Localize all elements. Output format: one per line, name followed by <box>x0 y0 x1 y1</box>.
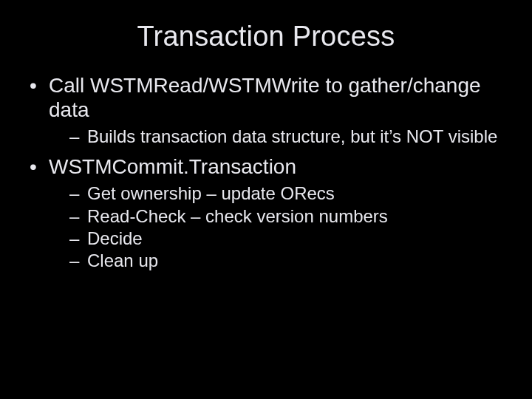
bullet-text: Builds transaction data structure, but i… <box>87 126 497 146</box>
list-item: Call WSTMRead/WSTMWrite to gather/change… <box>27 73 505 147</box>
list-item: Builds transaction data structure, but i… <box>69 126 505 147</box>
slide-title: Transaction Process <box>0 0 532 66</box>
slide-body: Call WSTMRead/WSTMWrite to gather/change… <box>0 73 532 272</box>
list-item: Clean up <box>69 250 505 271</box>
sub-list: Builds transaction data structure, but i… <box>49 126 505 147</box>
bullet-text: Call WSTMRead/WSTMWrite to gather/change… <box>49 74 481 121</box>
list-item: Read-Check – check version numbers <box>69 206 505 227</box>
list-item: Decide <box>69 228 505 249</box>
list-item: WSTMCommit.Transaction Get ownership – u… <box>27 154 505 271</box>
bullet-list: Call WSTMRead/WSTMWrite to gather/change… <box>27 73 505 272</box>
bullet-text: Decide <box>87 228 143 248</box>
list-item: Get ownership – update ORecs <box>69 183 505 204</box>
sub-list: Get ownership – update ORecs Read-Check … <box>49 183 505 271</box>
slide: Transaction Process Call WSTMRead/WSTMWr… <box>0 0 532 399</box>
bullet-text: Read-Check – check version numbers <box>87 206 388 226</box>
bullet-text: Clean up <box>87 250 158 270</box>
bullet-text: WSTMCommit.Transaction <box>49 155 296 178</box>
bullet-text: Get ownership – update ORecs <box>87 183 335 203</box>
